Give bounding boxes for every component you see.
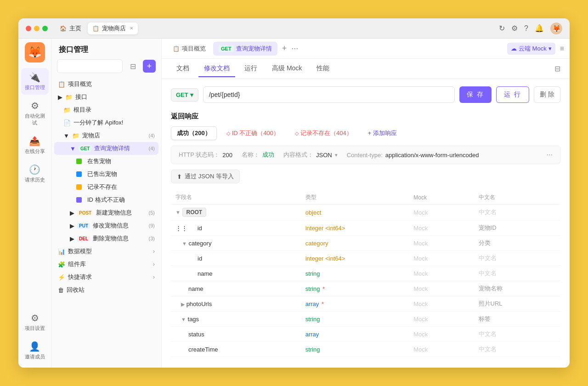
more-tabs-button[interactable]: ··· [291,44,298,53]
tree-item-not-exist-label: 记录不存在 [87,183,155,191]
split-view-btn[interactable]: ⊟ [554,64,560,73]
sidebar-item-project-settings[interactable]: ⚙ 项目设置 [21,309,49,335]
sidebar-item-share[interactable]: 📤 在线分享 [21,132,49,159]
tree-item-apifox[interactable]: 📄 一分钟了解 Apifox! [54,116,158,129]
more-options-button[interactable]: ··· [547,151,553,159]
tree-item-get-pet[interactable]: ▼ GET 查询宠物详情 (4) [54,142,158,155]
content-menu-button[interactable]: ≡ [560,45,564,53]
col-mock-header: Mock [409,191,474,204]
left-panel: 接口管理 🔍 ⊟ + 📋 项目概览 ▶ 📁 接口 [51,39,162,368]
sub-tab-advanced-mock[interactable]: 高级 Mock [266,61,307,77]
save-button[interactable]: 保 存 [459,86,492,103]
sold-icon [76,171,82,177]
root-collapse-icon[interactable]: ▼ [175,210,181,215]
filter-button[interactable]: ⊟ [126,60,139,73]
sidebar-item-interface[interactable]: 🔌 接口管理 [21,68,49,95]
import-button[interactable]: ⬆ 通过 JSON 等导入 [171,170,240,183]
col-name-header: 字段名 [171,191,301,204]
tab-close-icon[interactable]: ✕ [130,26,133,31]
close-button[interactable] [26,26,31,31]
photo-mock-cell: Mock [409,296,474,312]
run-button[interactable]: 运 行 [496,86,529,103]
tree-item-data-model[interactable]: 📊 数据模型 › [54,245,158,258]
tree-item-id-format-error[interactable]: ID 格式不正确 [54,193,158,206]
name-value: 成功 [262,151,274,159]
import-section: ⬆ 通过 JSON 等导入 [171,170,560,183]
delete-button[interactable]: 删 除 [534,86,560,103]
tree-item-sold[interactable]: 已售出宠物 [54,168,158,181]
create-time-name-cell: createTime [171,342,301,357]
tree-item-id-error-label: ID 格式不正确 [87,196,155,204]
tree-item-on-sale[interactable]: 在售宠物 [54,155,158,168]
tags-type-cell: string [301,312,409,327]
top-tab-get-pet[interactable]: GET 查询宠物详情 [213,42,277,56]
method-select[interactable]: GET ▾ [171,88,198,102]
method-dropdown-icon: ▾ [190,91,193,98]
tree-item-component-lib[interactable]: 🧩 组件库 › [54,258,158,271]
bell-icon-btn[interactable]: 🔔 [535,24,544,33]
tree-item-recycle-bin[interactable]: 🗑 回收站 [54,284,158,296]
id-cn-value: 宠物ID [479,224,497,231]
photo-mock-value: Mock [413,301,428,307]
cat-id-mock-value: Mock [413,255,428,262]
json-dropdown-icon[interactable]: ▾ [335,152,338,158]
refresh-button[interactable]: ↻ [499,24,505,33]
request-bar: GET ▾ 保 存 运 行 删 除 [171,86,560,103]
url-input[interactable] [203,86,455,103]
tree-item-put-pet[interactable]: ▶ PUT 修改宠物信息 (9) [54,219,158,232]
help-icon-btn[interactable]: ? [524,24,528,33]
tags-collapse-icon[interactable]: ▼ [175,317,186,322]
avatar[interactable]: 🦊 [550,23,562,34]
tree-item-overview[interactable]: 📋 项目概览 [54,78,158,91]
col-type-header: 类型 [301,191,409,204]
sub-tab-run[interactable]: 运行 [239,61,263,77]
drag-handle[interactable]: ⋮⋮ [175,225,183,232]
add-tab-button[interactable]: + [279,44,290,53]
tree-item-interfaces[interactable]: ▶ 📁 接口 [54,91,158,103]
sidebar-item-invite[interactable]: 👤 邀请成员 [21,337,49,364]
tree-item-pet-shop[interactable]: ▼ 📁 宠物店 (4) [54,129,158,142]
resp-tab-success[interactable]: 成功（200） [171,126,217,140]
settings-icon-btn[interactable]: ⚙ [511,24,518,33]
resp-tab-id-error[interactable]: ◇ ID 不正确（400） [220,126,285,140]
cat-name-cn-value: 中文名 [479,270,497,277]
tags-mock-value: Mock [413,316,428,323]
history-icon: 🕐 [29,164,40,175]
sidebar-item-automation[interactable]: ⚙ 自动化测试 [21,96,49,130]
photo-collapse-icon[interactable]: ▶ [175,301,185,307]
tree-item-not-exist[interactable]: 记录不存在 [54,181,158,193]
cloud-mock-button[interactable]: ☁ 云端 Mock ▾ [507,43,555,55]
not-exist-icon [76,184,82,190]
tree-item-del-pet[interactable]: ▶ DEL 删除宠物信息 (3) [54,232,158,245]
sub-tab-perf[interactable]: 性能 [311,61,335,77]
cat-id-name-cell: id [171,251,301,266]
top-tab-overview[interactable]: 📋 项目概览 [167,42,211,56]
maximize-button[interactable] [42,26,48,31]
search-input[interactable] [57,59,123,73]
tree-item-root-dir[interactable]: 📁 根目录 [54,103,158,116]
sub-tab-doc[interactable]: 文档 [171,61,195,77]
tree-item-quick-request[interactable]: ⚡ 快捷请求 › [54,271,158,284]
col-cn-header: 中文名 [474,191,560,204]
main-layout: 🦊 🔌 接口管理 ⚙ 自动化测试 📤 在线分享 🕐 请求历史 ⚙ 项目设置 [18,39,570,368]
http-status-label: HTTP 状态码： [179,151,220,159]
status-cn-value: 中文名 [479,330,497,337]
tab-pet-shop[interactable]: 📋 宠物商店 ✕ [88,23,138,34]
tab-home[interactable]: 🏠 主页 [55,23,86,34]
minimize-button[interactable] [34,26,40,31]
category-collapse-icon[interactable]: ▼ [175,241,187,246]
tree-item-post-pet[interactable]: ▶ POST 新建宠物信息 (5) [54,206,158,219]
name-cn-cell: 宠物名称 [474,281,560,296]
tree-item-overview-label: 项目概览 [68,80,155,88]
resp-tab-add[interactable]: + 添加响应 [362,126,403,140]
tree-item-on-sale-label: 在售宠物 [87,157,155,165]
titlebar-actions: ↻ ⚙ ? 🔔 🦊 [499,23,562,34]
top-tabs-row: 📋 项目概览 GET 查询宠物详情 + ··· ☁ 云端 Mock ▾ ≡ [162,39,570,59]
sub-tab-edit-doc[interactable]: 修改文档 [198,61,235,77]
name-cn-value: 宠物名称 [479,285,503,292]
add-button[interactable]: + [143,60,156,73]
resp-tab-not-found[interactable]: ◇ 记录不存在（404） [289,126,358,140]
sidebar-item-history[interactable]: 🕐 请求历史 [21,160,49,187]
interfaces-icon: ▶ [58,94,62,101]
id-cn-cell: 宠物ID [474,221,560,236]
